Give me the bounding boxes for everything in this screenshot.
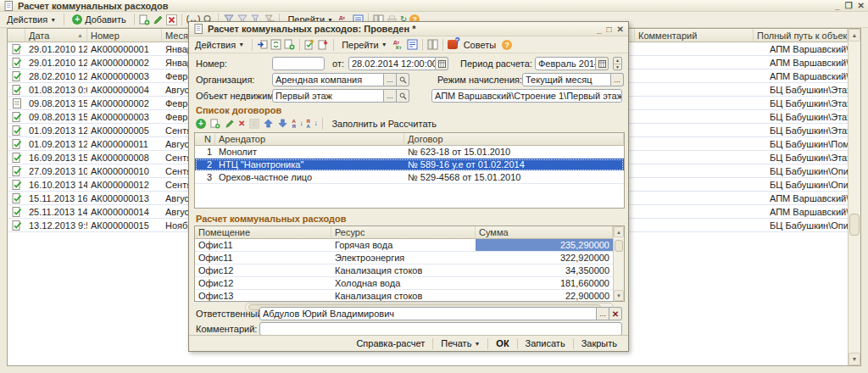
advice-button[interactable]: Советы <box>460 39 499 51</box>
organization-input[interactable]: Арендная компания <box>272 73 384 86</box>
expense-row[interactable]: Офис11 Электроэнергия 322,920000 <box>195 252 613 264</box>
dialog-document-icon <box>193 24 204 35</box>
expense-row[interactable]: Офис12 Канализация стоков 34,350000 <box>195 264 613 277</box>
date-input[interactable]: 28.02.2014 12:00:00 <box>348 57 436 70</box>
write-button[interactable]: Записать <box>520 337 571 349</box>
contract-row[interactable]: 1 Монолит № 623-18 от 15.01.2010 <box>195 146 624 159</box>
add-button[interactable]: + Добавить <box>69 14 130 25</box>
reread-icon[interactable] <box>270 39 281 50</box>
cell-date: 28.02.2010 12:00:00 <box>25 70 87 82</box>
ellipsis-choose-icon[interactable]: ... <box>611 73 624 86</box>
period-input[interactable]: Февраль 2014 <box>535 57 596 70</box>
edit-icon[interactable] <box>153 14 164 25</box>
structure-icon[interactable] <box>407 39 418 50</box>
scrollbar-thumb[interactable] <box>849 214 860 236</box>
unpost-document-icon[interactable] <box>318 39 329 50</box>
cell-resource: Холодная вода <box>331 277 476 289</box>
post-document-icon[interactable] <box>304 39 315 50</box>
cell-path: АПМ Варшавский\Строен... <box>766 205 860 218</box>
delete-icon[interactable] <box>166 14 177 25</box>
col-number[interactable]: Номер <box>87 29 162 42</box>
save-close-icon[interactable] <box>257 39 268 50</box>
cell-comment <box>648 164 766 177</box>
period-label: Период расчета: <box>460 58 532 69</box>
actions-menu-button[interactable]: Действия▼ <box>3 14 59 25</box>
ellipsis-choose-icon[interactable]: ... <box>597 307 609 320</box>
contracts-rows: 1 Монолит № 623-18 от 15.01.2010 2 НТЦ "… <box>195 146 624 184</box>
col-tenant[interactable]: Арендатор <box>215 133 404 146</box>
col-n[interactable]: N <box>195 133 215 146</box>
cell-comment <box>648 56 766 69</box>
period-stepper[interactable]: ▲▼ <box>613 57 622 70</box>
property-object-input[interactable]: Первый этаж <box>272 89 384 103</box>
magnifier-open-icon[interactable] <box>397 73 409 86</box>
scroll-down-icon[interactable]: ▼ <box>614 290 624 301</box>
cell-tenant: Орехов-частное лицо <box>215 171 404 183</box>
col-date[interactable]: Дата ▲ <box>25 29 87 42</box>
ok-button[interactable]: ОК <box>490 337 515 349</box>
dialog-minimize-button[interactable]: _ <box>597 25 602 34</box>
comment-input[interactable] <box>259 322 622 336</box>
col-path[interactable]: Полный путь к объекту <box>754 29 848 42</box>
dtkt-icon[interactable]: ДтКт <box>393 39 404 50</box>
sort-desc-icon[interactable]: ЯА↓ <box>306 119 317 129</box>
move-up-icon[interactable] <box>263 118 274 129</box>
posted-document-icon <box>11 179 22 190</box>
copy-add-icon[interactable] <box>139 14 150 25</box>
calendar-icon[interactable] <box>596 57 609 70</box>
dialog-close-button[interactable]: ✕ <box>617 25 624 34</box>
expense-row[interactable]: Офис13 Канализация стоков 22,900000 <box>195 290 613 303</box>
end-edit-icon[interactable] <box>248 118 259 129</box>
col-status[interactable] <box>8 29 25 42</box>
print-menu-button[interactable]: Печать▼ <box>435 337 486 349</box>
scrollbar-thumb[interactable] <box>615 240 623 252</box>
ellipsis-choose-icon[interactable]: ... <box>384 89 397 103</box>
sort-asc-icon[interactable]: АЯ↓ <box>292 119 303 129</box>
dialog-help-icon[interactable]: ? <box>502 40 512 50</box>
scroll-up-icon[interactable]: ▲ <box>849 29 860 42</box>
mode-input[interactable]: Текущий месяц <box>522 73 611 86</box>
expense-row[interactable]: Офис12 Холодная вода 181,660000 <box>195 277 613 290</box>
restore-button[interactable]: ❐ <box>845 1 853 10</box>
copy-row-icon[interactable] <box>209 118 220 129</box>
scroll-down-icon[interactable]: ▼ <box>849 353 860 365</box>
contract-row[interactable]: 3 Орехов-частное лицо № 529-4568 от 15.0… <box>195 171 624 184</box>
minimize-button[interactable]: _ <box>835 1 840 10</box>
expenses-vertical-scrollbar[interactable]: ▲ ▼ <box>613 226 624 301</box>
add-icon: + <box>72 14 82 25</box>
move-down-icon[interactable] <box>277 118 288 129</box>
help-calculation-button[interactable]: Справка-расчет <box>350 337 431 349</box>
clear-field-icon[interactable]: ✕ <box>609 307 622 320</box>
vertical-scrollbar[interactable]: ▲ ▼ <box>848 29 860 365</box>
number-input[interactable] <box>272 57 325 70</box>
dialog-goto-menu-button[interactable]: Перейти▼ <box>338 39 391 51</box>
cell-room: Офис13 <box>195 290 331 302</box>
expense-row[interactable]: Офис11 Горячая вода 235,290000 <box>195 239 613 252</box>
col-contract[interactable]: Договор <box>404 133 624 146</box>
close-button[interactable]: ✕ <box>858 1 865 10</box>
dialog-actions-menu-button[interactable]: Действия▼ <box>192 39 248 51</box>
magnifier-open-icon[interactable] <box>397 89 409 103</box>
contract-row[interactable]: 2 НТЦ "Нанотроника" № 589-16 у.е от 01.0… <box>195 159 624 171</box>
edit-row-icon[interactable] <box>224 118 235 129</box>
scroll-up-icon[interactable]: ▲ <box>614 226 624 237</box>
fill-and-calculate-button[interactable]: Заполнить и Рассчитать <box>328 118 440 130</box>
add-row-icon[interactable]: + <box>196 119 206 129</box>
ellipsis-choose-icon[interactable]: ... <box>384 73 397 86</box>
chevron-down-icon: ▼ <box>50 17 56 23</box>
delete-row-icon[interactable]: ✕ <box>238 120 245 128</box>
sort-ascending-icon: ▲ <box>77 32 83 38</box>
cell-number: АК000000015 <box>87 219 162 231</box>
cell-date: 09.08.2013 15:46:51 <box>25 110 87 123</box>
calendar-icon[interactable] <box>436 57 448 70</box>
cell-number: АК000000013 <box>87 192 162 204</box>
col-comment[interactable]: Комментарий <box>635 29 754 42</box>
list-settings-icon[interactable] <box>427 39 438 50</box>
copy-icon[interactable] <box>284 39 295 50</box>
dialog-maximize-button[interactable]: □ <box>607 25 612 34</box>
close-button[interactable]: Закрыть <box>576 337 623 349</box>
col-sum[interactable]: Сумма <box>476 226 613 239</box>
col-room[interactable]: Помещение <box>195 226 331 239</box>
responsible-input[interactable]: Абдулов Юрий Владимирович <box>259 307 597 320</box>
col-resource[interactable]: Ресурс <box>331 226 476 239</box>
